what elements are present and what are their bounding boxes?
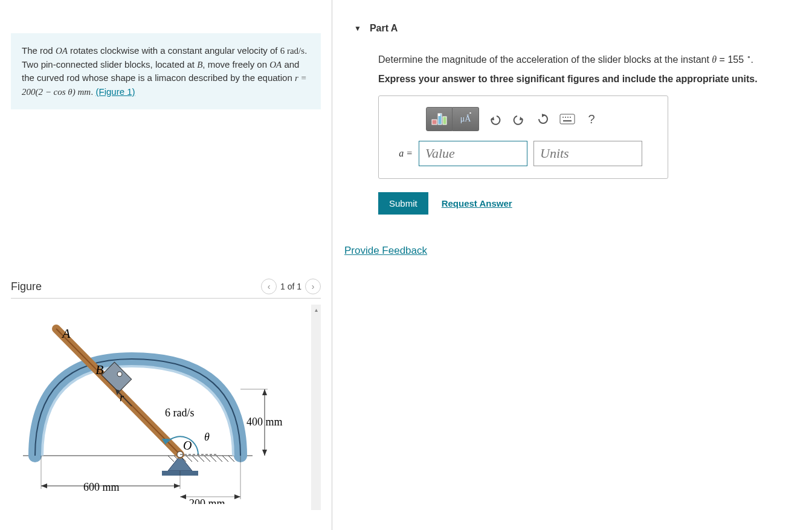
answer-input-row: a = [388,141,658,166]
label-600: 600 mm [83,481,120,493]
request-answer-link[interactable]: Request Answer [442,198,512,208]
redo-button[interactable] [507,107,531,131]
submit-button[interactable]: Submit [378,192,428,215]
svg-marker-35 [180,494,186,499]
reset-button[interactable] [531,107,555,131]
svg-marker-30 [174,483,180,488]
answer-instruction: Express your answer to three significant… [378,74,812,85]
svg-point-45 [562,117,564,118]
svg-line-1 [168,456,174,462]
svg-point-47 [567,117,569,118]
svg-rect-49 [563,120,572,121]
answer-box: μÅ∘ ? a = [378,95,668,179]
svg-line-4 [186,456,192,462]
keyboard-button[interactable] [555,107,579,131]
scroll-up-icon[interactable]: ▴ [311,305,321,314]
svg-line-8 [210,456,216,462]
svg-line-5 [192,456,198,462]
svg-marker-36 [234,494,240,499]
pager-text: 1 of 1 [280,282,301,291]
svg-rect-39 [443,117,446,124]
label-theta: θ [204,431,210,443]
figure-pager: ‹ 1 of 1 › [261,279,321,294]
equation-toolbar: μÅ∘ ? [426,107,658,131]
part-header[interactable]: ▼ Part A [344,0,812,40]
svg-line-11 [228,456,234,462]
label-A: A [61,326,71,341]
special-chars-button[interactable]: μÅ∘ [453,107,479,131]
next-figure-button[interactable]: › [305,279,321,294]
problem-statement: The rod OA rotates clockwise with a cons… [11,33,321,109]
provide-feedback-link[interactable]: Provide Feedback [344,245,427,257]
undo-button[interactable] [483,107,507,131]
figure-header: Figure ‹ 1 of 1 › [11,279,321,299]
svg-rect-44 [560,114,575,124]
right-panel: ▼ Part A Determine the magnitude of the … [332,0,812,530]
svg-marker-41 [491,117,494,120]
prev-figure-button[interactable]: ‹ [261,279,277,294]
label-O: O [183,439,192,452]
templates-button[interactable] [426,107,453,131]
label-400: 400 mm [246,416,283,428]
svg-point-46 [565,117,566,118]
help-button[interactable]: ? [579,107,604,131]
units-input[interactable] [533,141,642,166]
svg-marker-26 [262,450,267,456]
figure-title: Figure [11,280,42,293]
svg-marker-25 [262,389,267,395]
svg-line-6 [198,456,204,462]
svg-marker-29 [41,483,47,488]
submit-row: Submit Request Answer [378,192,812,215]
svg-line-9 [216,456,222,462]
figure-viewport: A B r 6 rad/s θ O 400 mm 600 mm 200 mm ▴ [11,305,321,510]
figure-svg: A B r 6 rad/s θ O 400 mm 600 mm 200 mm [11,305,307,504]
value-input[interactable] [419,141,527,166]
svg-rect-37 [432,120,437,124]
svg-marker-43 [542,114,545,117]
svg-line-10 [222,456,228,462]
collapse-icon: ▼ [354,24,361,33]
label-200: 200 mm [189,497,225,504]
svg-point-48 [570,117,571,118]
figure-link[interactable]: (Figure 1) [95,86,135,97]
svg-marker-42 [520,117,523,120]
question-prompt: Determine the magnitude of the accelerat… [378,53,812,65]
label-r: r [120,392,124,404]
left-panel: The rod OA rotates clockwise with a cons… [0,0,332,530]
svg-line-7 [204,456,210,462]
figure-scrollbar[interactable] [311,305,321,510]
label-rate: 6 rad/s [165,407,195,419]
part-title: Part A [370,23,398,34]
label-B: B [95,362,103,377]
svg-point-18 [117,372,122,376]
svg-rect-40 [438,114,440,116]
answer-variable-label: a = [388,148,413,159]
